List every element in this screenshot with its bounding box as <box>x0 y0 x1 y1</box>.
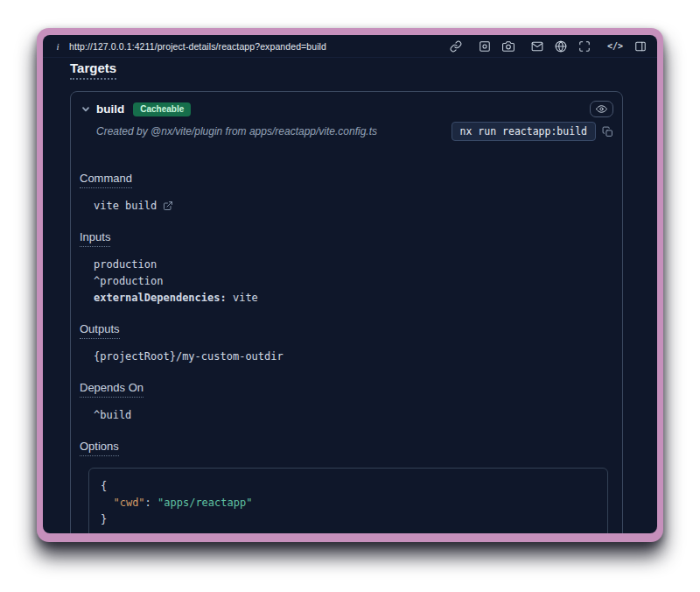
options-section-label: Options <box>80 440 119 456</box>
external-link-icon[interactable] <box>163 201 173 211</box>
json-key-cwd: "cwd" <box>113 497 144 509</box>
command-value-row: vite build <box>94 200 612 212</box>
external-deps-key: externalDependencies: <box>94 292 227 304</box>
browser-window: i http://127.0.0.1:4211/project-details/… <box>37 28 663 542</box>
command-section-label: Command <box>80 172 132 188</box>
address-toolbar: i http://127.0.0.1:4211/project-details/… <box>43 35 657 58</box>
json-open-brace: { <box>101 480 107 492</box>
build-card-subheader: Created by @nx/vite/plugin from apps/rea… <box>71 120 622 150</box>
cacheable-badge: Cacheable <box>133 102 191 116</box>
created-by-text: Created by @nx/vite/plugin from apps/rea… <box>96 125 377 137</box>
target-name-build: build <box>96 102 124 116</box>
copy-icon[interactable] <box>602 126 613 137</box>
eye-icon[interactable] <box>590 101 613 117</box>
chevron-down-icon[interactable] <box>81 105 90 114</box>
camera-icon[interactable] <box>502 39 515 53</box>
input-external-deps: externalDependencies: vite <box>94 292 612 304</box>
project-details-content: Targets build Cacheable Created by @nx/v… <box>43 58 657 533</box>
input-item: production <box>94 258 612 271</box>
build-card-header[interactable]: build Cacheable <box>71 92 622 120</box>
outputs-value: {projectRoot}/my-custom-outdir <box>94 350 612 363</box>
json-value-cwd: "apps/reactapp" <box>158 497 252 509</box>
targets-heading: Targets <box>70 60 116 80</box>
options-code-block: { "cwd": "apps/reactapp" } <box>88 468 608 533</box>
panel-icon[interactable] <box>634 39 647 53</box>
code-icon[interactable]: </> <box>607 39 623 53</box>
app-screen: i http://127.0.0.1:4211/project-details/… <box>43 35 657 533</box>
input-item: ^production <box>94 275 612 287</box>
inputs-section-label: Inputs <box>80 230 110 247</box>
external-deps-value: vite <box>227 292 258 304</box>
mail-icon[interactable] <box>531 39 544 53</box>
depends-on-section-label: Depends On <box>80 381 144 398</box>
expand-icon[interactable] <box>578 39 592 53</box>
address-url[interactable]: http://127.0.0.1:4211/project-details/re… <box>69 41 326 52</box>
depends-on-value: ^build <box>94 409 612 421</box>
link-icon[interactable] <box>450 39 463 53</box>
json-indent <box>101 497 113 509</box>
json-close-brace: } <box>101 513 107 525</box>
info-icon[interactable]: i <box>53 41 62 52</box>
globe-icon[interactable] <box>555 39 568 53</box>
outputs-section-label: Outputs <box>80 322 120 339</box>
run-command-chip: nx run reactapp:build <box>452 122 596 141</box>
build-card-body: Command vite build Inputs production ^pr… <box>71 150 622 533</box>
command-value: vite build <box>94 200 157 212</box>
toolbar-icons: </> <box>439 39 647 53</box>
target-card-build: build Cacheable Created by @nx/vite/plug… <box>70 91 623 533</box>
json-separator: : <box>145 497 158 509</box>
capture-icon[interactable] <box>479 39 492 53</box>
